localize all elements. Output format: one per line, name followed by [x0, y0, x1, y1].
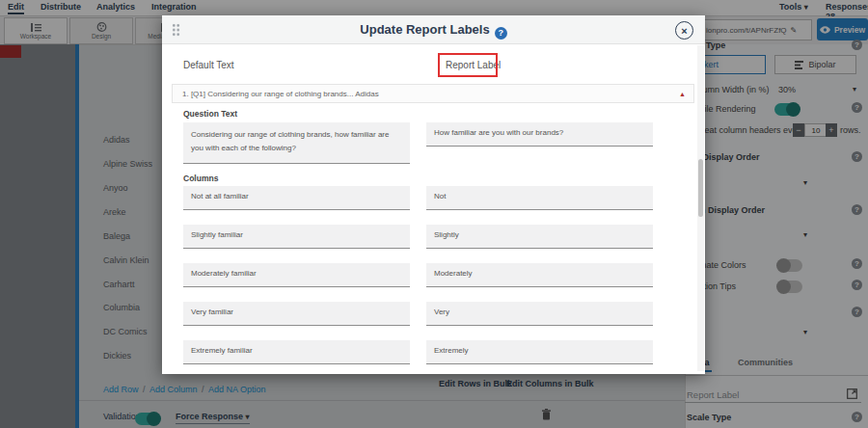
columns-label: Columns	[183, 174, 218, 183]
column-default-field[interactable]: Moderately familiar	[183, 263, 410, 287]
question-text-label: Question Text	[183, 109, 237, 119]
modal-scrollbar-thumb[interactable]	[698, 159, 703, 217]
column-report-field[interactable]: Not	[426, 186, 653, 210]
collapse-icon[interactable]: ▲	[679, 91, 686, 97]
report-label-highlight	[438, 53, 498, 77]
question-section-header[interactable]: 1. [Q1] Considering our range of clothin…	[172, 84, 694, 103]
modal-title: Update Report Labels?	[162, 22, 705, 40]
column-default-field[interactable]: Not at all familiar	[183, 186, 410, 210]
column-report-field[interactable]: Slightly	[426, 225, 653, 249]
default-text-column-header: Default Text	[183, 60, 234, 70]
column-report-field[interactable]: Extremely	[426, 340, 653, 364]
update-report-labels-modal: Update Report Labels? × Default Text Rep…	[162, 15, 705, 374]
questionpro-survey-editor: Edit Distribute Analytics Integration To…	[0, 0, 868, 428]
column-default-field[interactable]: Slightly familiar	[183, 225, 410, 249]
question-section-title: 1. [Q1] Considering our range of clothin…	[182, 90, 679, 98]
question-default-field[interactable]: Considering our range of clothing brands…	[183, 122, 410, 164]
help-icon[interactable]: ?	[495, 27, 507, 40]
column-report-field[interactable]: Very	[426, 302, 653, 326]
column-default-field[interactable]: Extremely familiar	[183, 340, 410, 364]
modal-header: Update Report Labels? ×	[162, 15, 705, 44]
question-report-field[interactable]: How familiar are you with our brands?	[426, 122, 653, 147]
column-default-field[interactable]: Very familiar	[183, 302, 410, 326]
close-icon[interactable]: ×	[675, 21, 693, 40]
modal-scrollbar[interactable]	[697, 45, 704, 371]
column-report-field[interactable]: Moderately	[426, 263, 653, 287]
